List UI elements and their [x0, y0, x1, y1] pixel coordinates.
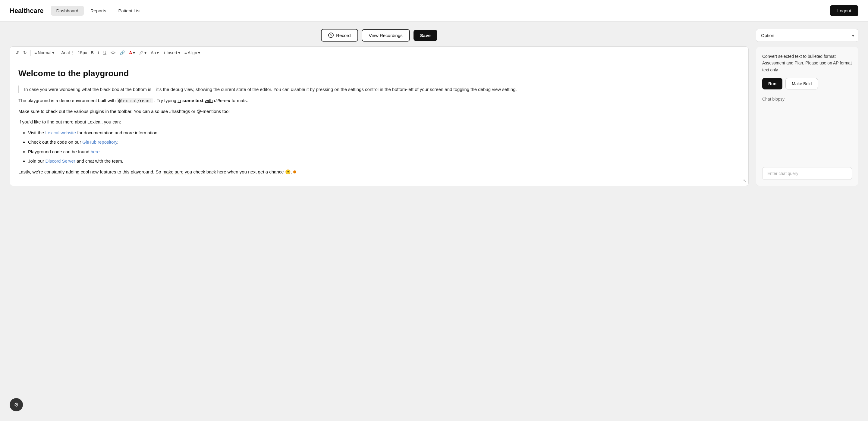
- insert-chevron-icon: ▾: [178, 50, 180, 55]
- record-button[interactable]: ⊙ Record: [321, 29, 358, 41]
- nav-dashboard[interactable]: Dashboard: [51, 6, 84, 15]
- lexical-website-link[interactable]: Lexical website: [45, 130, 76, 135]
- font-family-label: Arial ⋮: [60, 50, 76, 56]
- code-snippet: @lexical/react: [117, 98, 153, 103]
- navbar: Healthcare Dashboard Reports Patient Lis…: [0, 0, 868, 22]
- github-repo-link[interactable]: GitHub repository: [82, 139, 117, 144]
- format-select-icon: ≡: [34, 50, 37, 55]
- toolbar-divider-1: [30, 50, 31, 56]
- highlighted-text: make sure you: [162, 169, 192, 174]
- discord-link[interactable]: Discord Server: [45, 158, 75, 164]
- main-layout: ⊙ Record View Recordings Save ↺ ↻ ≡ Norm…: [0, 22, 868, 193]
- format-select-button[interactable]: ≡ Normal ▾: [33, 49, 56, 56]
- align-chevron-icon: ▾: [198, 50, 200, 55]
- list-item: Playground code can be found here.: [28, 148, 740, 156]
- ai-description: Convert selected text to bulleted format…: [762, 53, 852, 73]
- code-button[interactable]: <>: [109, 49, 117, 56]
- font-divider-icon: ⋮: [70, 50, 75, 55]
- font-format-button[interactable]: Aa ▾: [149, 49, 161, 56]
- nav-links: Dashboard Reports Patient List: [51, 6, 830, 15]
- text-color-chevron-icon: ▾: [133, 50, 135, 55]
- editor-list: Visit the Lexical website for documentat…: [28, 129, 740, 165]
- save-button[interactable]: Save: [413, 30, 437, 41]
- bold-button[interactable]: B: [89, 49, 96, 56]
- undo-button[interactable]: ↺: [13, 49, 21, 56]
- bg-color-chevron-icon: ▾: [144, 50, 147, 55]
- editor-para-1: The playground is a demo environment bui…: [19, 97, 740, 104]
- ai-actions: Run Make Bold: [762, 78, 852, 90]
- nav-patient-list[interactable]: Patient List: [113, 6, 146, 15]
- run-button[interactable]: Run: [762, 78, 782, 90]
- option-select[interactable]: Option Assessment Plan SOAP Note: [756, 29, 858, 42]
- format-chevron-icon: ▾: [52, 50, 54, 55]
- option-select-wrapper: Option Assessment Plan SOAP Note ▾: [756, 29, 858, 42]
- nav-reports[interactable]: Reports: [85, 6, 112, 15]
- italic-button[interactable]: I: [96, 49, 101, 56]
- here-link[interactable]: here: [91, 149, 100, 154]
- view-recordings-button[interactable]: View Recordings: [362, 29, 410, 41]
- font-format-chevron-icon: ▾: [157, 50, 159, 55]
- left-panel: ⊙ Record View Recordings Save ↺ ↻ ≡ Norm…: [10, 29, 749, 186]
- settings-button[interactable]: ⚙: [10, 398, 23, 411]
- link-button[interactable]: 🔗: [118, 49, 127, 56]
- insert-button[interactable]: + Insert ▾: [161, 49, 182, 56]
- resize-handle[interactable]: ⤡: [743, 177, 747, 185]
- make-bold-button[interactable]: Make Bold: [785, 78, 818, 90]
- editor-content[interactable]: Welcome to the playground In case you we…: [10, 59, 748, 186]
- chat-biopsy-label: Chat biopsy: [762, 97, 852, 101]
- editor-para-2: Make sure to check out the various plugi…: [19, 107, 740, 115]
- editor-blockquote: In case you were wondering what the blac…: [19, 86, 740, 93]
- format-select-label: Normal: [38, 50, 51, 55]
- text-color-button[interactable]: A ▾: [127, 49, 137, 56]
- font-size-label: 15px: [76, 50, 88, 56]
- chat-query-input[interactable]: [762, 167, 852, 180]
- list-item: Check out the code on our GitHub reposit…: [28, 138, 740, 146]
- right-panel: Option Assessment Plan SOAP Note ▾ Conve…: [756, 29, 858, 186]
- editor-para-3: If you'd like to find out more about Lex…: [19, 118, 740, 126]
- editor-container: ↺ ↻ ≡ Normal ▾ Arial ⋮ 15px B I U <> 🔗: [10, 46, 749, 186]
- insert-label: Insert: [167, 50, 177, 55]
- editor-heading: Welcome to the playground: [19, 66, 740, 81]
- app-brand: Healthcare: [10, 7, 44, 15]
- list-item: Join our Discord Server and chat with th…: [28, 157, 740, 165]
- chat-spacer: [762, 106, 852, 162]
- action-bar: ⊙ Record View Recordings Save: [10, 29, 749, 41]
- bg-color-button[interactable]: 🖊 ▾: [137, 49, 148, 56]
- editor-para-last: Lastly, we're constantly adding cool new…: [19, 168, 740, 176]
- orange-dot: [293, 170, 296, 173]
- redo-button[interactable]: ↻: [22, 49, 29, 56]
- record-label: Record: [336, 33, 350, 38]
- record-icon: ⊙: [328, 33, 334, 38]
- align-button[interactable]: ≡ Align ▾: [183, 49, 202, 56]
- editor-toolbar: ↺ ↻ ≡ Normal ▾ Arial ⋮ 15px B I U <> 🔗: [10, 47, 748, 59]
- list-item: Visit the Lexical website for documentat…: [28, 129, 740, 137]
- ai-panel: Convert selected text to bulleted format…: [756, 47, 858, 186]
- toolbar-divider-2: [58, 50, 58, 56]
- underline-button[interactable]: U: [101, 49, 108, 56]
- align-label: Align: [188, 50, 197, 55]
- logout-button[interactable]: Logout: [830, 5, 858, 16]
